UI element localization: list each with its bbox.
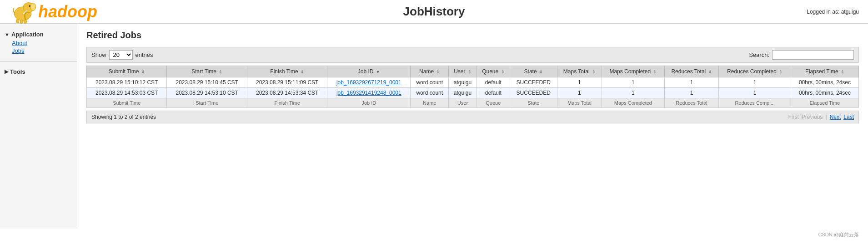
sidebar-divider [0,61,77,62]
cell-elapsed_time: 00hrs, 00mins, 24sec [791,77,858,88]
col-elapsed-time[interactable]: Elapsed Time ⇕ [791,66,858,77]
tools-section-header[interactable]: ▶ Tools [5,68,72,75]
table-row: 2023.08.29 14:53:03 CST2023.08.29 14:53:… [87,88,859,98]
col-user[interactable]: User ⇕ [449,66,477,77]
footer-col-queue: Queue [477,98,510,108]
cell-reduces_completed: 1 [719,88,791,98]
col-finish-time[interactable]: Finish Time ⇕ [247,66,327,77]
pagination-separator: | [826,114,827,120]
table-controls: Show 10 20 50 100 entries Search: [86,47,859,63]
cell-reduces_total: 1 [664,88,719,98]
show-entries-area: Show 10 20 50 100 entries [91,50,153,60]
col-queue[interactable]: Queue ⇕ [477,66,510,77]
pagination-next[interactable]: Next [830,114,841,120]
entries-label: entries [135,51,153,58]
footer-col-state: State [510,98,557,108]
application-label: Application [11,31,44,38]
cell-submit_time: 2023.08.29 15:10:12 CST [87,77,167,88]
cell-user: atguigu [449,77,477,88]
cell-job_id: job_1693291419248_0001 [327,88,411,98]
sidebar-link-jobs[interactable]: Jobs [12,47,72,54]
footer-col-reduces-total: Reduces Total [664,98,719,108]
content-title: Retired Jobs [86,30,859,41]
svg-rect-5 [20,20,23,24]
col-submit-time[interactable]: Submit Time ⇕ [87,66,167,77]
col-reduces-completed[interactable]: Reduces Completed ⇕ [719,66,791,77]
cell-name: word count [411,77,449,88]
col-maps-total[interactable]: Maps Total ⇕ [557,66,602,77]
logged-in-user: Logged in as: atguigu [807,9,859,15]
col-state[interactable]: State ⇕ [510,66,557,77]
table-header-row: Submit Time ⇕ Start Time ⇕ Finish Time ⇕… [87,66,859,77]
main-content: Retired Jobs Show 10 20 50 100 entries S… [77,24,868,229]
entries-select[interactable]: 10 20 50 100 [109,50,133,60]
cell-maps_total: 1 [557,88,602,98]
show-label: Show [91,51,106,58]
col-reduces-total[interactable]: Reduces Total ⇕ [664,66,719,77]
cell-state: SUCCEEDED [510,88,557,98]
hadoop-brand-text: hadoop [38,2,97,21]
pagination-first: First [788,114,798,120]
table-footer-bar: Showing 1 to 2 of 2 entries First Previo… [86,111,859,123]
job-id-link[interactable]: job_1693291419248_0001 [336,90,401,96]
cell-start_time: 2023.08.29 15:10:45 CST [167,77,247,88]
svg-point-3 [29,5,30,7]
svg-point-2 [30,3,36,10]
col-start-time[interactable]: Start Time ⇕ [167,66,247,77]
cell-state: SUCCEEDED [510,77,557,88]
main-layout: ▼ Application About Jobs ▶ Tools Retired… [0,24,868,229]
footer-col-submit-time: Submit Time [87,98,167,108]
cell-reduces_total: 1 [664,77,719,88]
application-arrow: ▼ [5,32,10,37]
page-footer: CSDN @庭前云落 [0,229,868,241]
cell-queue: default [477,77,510,88]
search-area: Search: [749,50,854,60]
search-input[interactable] [772,50,854,60]
table-footer-header: Submit Time Start Time Finish Time Job I… [87,98,859,108]
cell-reduces_completed: 1 [719,77,791,88]
footer-col-maps-total: Maps Total [557,98,602,108]
search-label: Search: [749,51,769,58]
cell-queue: default [477,88,510,98]
cell-finish_time: 2023.08.29 15:11:09 CST [247,77,327,88]
sidebar-link-about[interactable]: About [12,40,72,46]
col-job-id[interactable]: Job ID ▼ [327,66,411,77]
page-title: JobHistory [403,5,465,19]
application-links: About Jobs [5,40,72,54]
cell-elapsed_time: 00hrs, 00mins, 24sec [791,88,858,98]
application-section-header[interactable]: ▼ Application [5,31,72,38]
table-body: 2023.08.29 15:10:12 CST2023.08.29 15:10:… [87,77,859,98]
footer-col-job-id: Job ID [327,98,411,108]
jobs-table: Submit Time ⇕ Start Time ⇕ Finish Time ⇕… [86,66,859,108]
job-id-link[interactable]: job_1693292671219_0001 [336,79,401,86]
tools-arrow: ▶ [5,69,8,75]
tools-label: Tools [10,68,25,75]
cell-start_time: 2023.08.29 14:53:10 CST [167,88,247,98]
footer-col-user: User [449,98,477,108]
col-name[interactable]: Name ⇕ [411,66,449,77]
pagination: First Previous | Next Last [788,114,854,120]
cell-finish_time: 2023.08.29 14:53:34 CST [247,88,327,98]
svg-rect-6 [24,20,27,24]
footer-credit: CSDN @庭前云落 [818,232,859,237]
cell-maps_completed: 1 [602,77,664,88]
table-row: 2023.08.29 15:10:12 CST2023.08.29 15:10:… [87,77,859,88]
application-section: ▼ Application About Jobs [0,28,77,58]
page-header: hadoop JobHistory Logged in as: atguigu [0,0,868,24]
cell-maps_completed: 1 [602,88,664,98]
showing-status: Showing 1 to 2 of 2 entries [91,114,156,120]
cell-user: atguigu [449,88,477,98]
col-maps-completed[interactable]: Maps Completed ⇕ [602,66,664,77]
cell-name: word count [411,88,449,98]
tools-section: ▶ Tools [0,66,77,78]
cell-job_id: job_1693292671219_0001 [327,77,411,88]
pagination-previous: Previous [802,114,823,120]
pagination-last[interactable]: Last [843,114,854,120]
sidebar: ▼ Application About Jobs ▶ Tools [0,24,77,229]
footer-col-elapsed-time: Elapsed Time [791,98,858,108]
footer-col-start-time: Start Time [167,98,247,108]
hadoop-elephant-icon [9,0,36,24]
cell-maps_total: 1 [557,77,602,88]
logo-area: hadoop [9,0,97,24]
cell-submit_time: 2023.08.29 14:53:03 CST [87,88,167,98]
